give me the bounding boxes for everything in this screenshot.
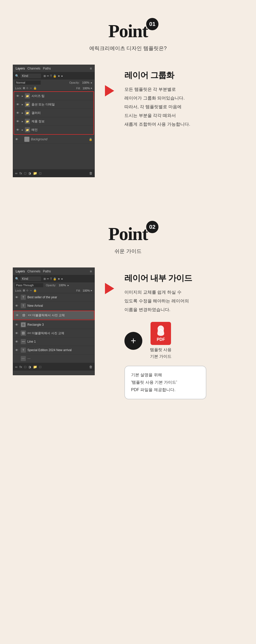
search-box-2[interactable]: Kind bbox=[20, 276, 41, 281]
layer-row-1[interactable]: 👁 ▸ 📁 사이즈 팁 bbox=[14, 92, 93, 100]
layer2-name-3: << 더블클릭해서 사진 교체 bbox=[28, 313, 92, 318]
search-opt2-1[interactable]: ⊞ bbox=[44, 277, 46, 281]
icons-row: + PDF 템플릿 사용기본 가이드 bbox=[124, 322, 243, 360]
search-opt2-5[interactable]: ★ bbox=[58, 277, 60, 281]
opacity-label-2: Opacity: bbox=[46, 284, 56, 287]
layer2-row-2[interactable]: 👁 T New Arrival bbox=[13, 302, 94, 310]
search-opt2[interactable]: ✏ bbox=[47, 74, 49, 78]
info-box: 기본 설명을 위해 '템플릿 사용 기본 가이드' PDF 파일을 제공합니다. bbox=[124, 366, 206, 399]
bottom-icon1[interactable]: ∞ bbox=[15, 171, 17, 175]
search-opt1[interactable]: ⊞ bbox=[44, 74, 46, 78]
panel2-close[interactable]: ≡ bbox=[90, 269, 92, 273]
lock-icon1[interactable]: ⊠ bbox=[23, 86, 25, 90]
lock2-icon1[interactable]: ⊠ bbox=[23, 289, 25, 292]
layer2-row-6[interactable]: 👁 Line 1 bbox=[13, 338, 94, 346]
bottom2-icon3[interactable]: □ bbox=[24, 365, 26, 369]
search-box-1[interactable]: Kind bbox=[20, 74, 41, 78]
eye2-2[interactable]: 👁 bbox=[15, 304, 19, 308]
tab-channels-2[interactable]: Channels bbox=[27, 270, 40, 273]
eye-4[interactable]: 👁 bbox=[16, 120, 20, 123]
layer-name-4: 제품 정보 bbox=[31, 119, 91, 124]
search-opt2-3[interactable]: T bbox=[50, 277, 52, 281]
tab-layers-1[interactable]: Layers bbox=[16, 67, 25, 70]
layer2-row-4[interactable]: 👁 Rectangle 3 bbox=[13, 321, 94, 329]
opacity-val-2: 100% bbox=[59, 284, 66, 287]
eye2-1[interactable]: 👁 bbox=[15, 295, 19, 299]
lock2-icon3[interactable]: ↔ bbox=[29, 289, 32, 292]
layer-row-bg[interactable]: 👁 Background 🔒 bbox=[13, 135, 94, 144]
eye-2[interactable]: 👁 bbox=[16, 103, 20, 106]
layer2-row-8[interactable]: 👁 — bbox=[13, 354, 94, 363]
ps-panel2-pass-row: Pass Through Opacity: 100% ▸ bbox=[13, 282, 94, 288]
eye2-3[interactable]: 👁 bbox=[16, 313, 20, 317]
ps-panel1-layers: 👁 ▸ 📁 사이즈 팁 👁 ▸ 📁 옵션 또는 디테일 👁 ▸ 📁 갤러리 bbox=[13, 91, 94, 169]
lock-icon2[interactable]: ⊹ bbox=[26, 86, 28, 90]
eye2-5[interactable]: 👁 bbox=[15, 331, 19, 335]
bottom-icon5[interactable]: 📁 bbox=[33, 171, 37, 175]
eye-1[interactable]: 👁 bbox=[16, 94, 20, 98]
layer2-row-1[interactable]: 👁 T Best seller of the year bbox=[13, 293, 94, 302]
tab-paths-1[interactable]: Paths bbox=[43, 67, 51, 70]
layer-row-2[interactable]: 👁 ▸ 📁 옵션 또는 디테일 bbox=[14, 100, 93, 109]
panel1-close[interactable]: ≡ bbox=[90, 66, 92, 71]
eye-5[interactable]: 👁 bbox=[16, 128, 20, 132]
svg-rect-4 bbox=[22, 332, 25, 335]
tab-layers-2[interactable]: Layers bbox=[16, 270, 25, 273]
arrow-4: ▸ bbox=[22, 120, 23, 123]
lock2-icon4[interactable]: 🔒 bbox=[33, 289, 37, 292]
bottom2-icon1[interactable]: ∞ bbox=[15, 365, 17, 369]
bottom2-icon4[interactable]: ◑ bbox=[28, 365, 31, 369]
search-opt2-4[interactable]: 🔒 bbox=[53, 277, 57, 281]
arrow1-wrap bbox=[105, 65, 114, 96]
layer-row-4[interactable]: 👁 ▸ 📁 제품 정보 bbox=[14, 117, 93, 126]
tab-channels-1[interactable]: Channels bbox=[27, 67, 40, 70]
search-options-2: ⊞ ✏ T 🔒 ★ ● bbox=[44, 277, 63, 281]
arrow-3: ▸ bbox=[22, 111, 23, 115]
search-opt5[interactable]: ★ bbox=[58, 74, 60, 78]
thumb-2: 📁 bbox=[25, 102, 30, 107]
search-opt3[interactable]: T bbox=[50, 74, 52, 78]
thumb2-1: T bbox=[21, 295, 26, 300]
layer-row-5[interactable]: 👁 ▸ 📁 메인 bbox=[14, 126, 93, 134]
bottom-icon7[interactable]: 🗑 bbox=[89, 171, 92, 175]
point1-header: Point 01 에릭크리에이츠 디자인 템플릿은? bbox=[89, 21, 167, 52]
lock2-icon2[interactable]: ⊹ bbox=[26, 289, 28, 292]
search-opt6[interactable]: ● bbox=[61, 74, 63, 78]
mode-select-1[interactable]: Normal bbox=[15, 81, 41, 85]
layer2-row-5[interactable]: 👁 << 더블클릭해서 사진 교체 bbox=[13, 329, 94, 338]
point2-title-wrap: Point 02 bbox=[108, 223, 148, 245]
lock-icon3[interactable]: ↔ bbox=[29, 86, 32, 90]
section1: Layers Channels Paths ≡ 🔍 Kind ⊞ ✏ T 🔒 ★… bbox=[13, 65, 243, 177]
bottom-icon6[interactable]: □ bbox=[39, 171, 41, 175]
opacity-val-1: 100% bbox=[82, 81, 89, 84]
layer-row-3[interactable]: 👁 ▸ 📁 갤러리 bbox=[14, 109, 93, 117]
layer2-row-3[interactable]: 👁 << 더블클릭해서 사진 교체 bbox=[14, 311, 94, 320]
pdf-acrobat-svg bbox=[156, 325, 166, 336]
search-opt2-6[interactable]: ● bbox=[61, 277, 63, 281]
bottom2-icon6[interactable]: □ bbox=[39, 365, 41, 369]
search-opt2-2[interactable]: ✏ bbox=[47, 277, 49, 281]
bottom2-icon2[interactable]: fx bbox=[19, 365, 22, 369]
layer2-name-4: Rectangle 3 bbox=[27, 323, 92, 326]
bottom-icon4[interactable]: ◑ bbox=[28, 171, 31, 175]
section2-title: 레이어 내부 가이드 bbox=[124, 273, 243, 284]
lock-icons-2: ⊠ ⊹ ↔ 🔒 bbox=[23, 289, 37, 292]
tab-paths-2[interactable]: Paths bbox=[43, 270, 51, 273]
bottom-icon3[interactable]: □ bbox=[24, 171, 26, 175]
bottom-icon2[interactable]: fx bbox=[19, 171, 22, 175]
pass-through-select[interactable]: Pass Through bbox=[15, 283, 43, 287]
search-options-1: ⊞ ✏ T 🔒 ★ ● bbox=[44, 74, 63, 78]
eye2-6[interactable]: 👁 bbox=[15, 340, 19, 344]
eye-3[interactable]: 👁 bbox=[16, 111, 20, 115]
point2-title: Point bbox=[108, 224, 148, 244]
eye2-4[interactable]: 👁 bbox=[15, 323, 19, 327]
eye-bg[interactable]: 👁 bbox=[15, 137, 19, 141]
search-opt4[interactable]: 🔒 bbox=[53, 74, 57, 78]
eye2-7[interactable]: 👁 bbox=[15, 348, 19, 352]
layer2-name-1: Best seller of the year bbox=[27, 295, 92, 299]
point2-num: 02 bbox=[146, 221, 158, 233]
bottom2-icon7[interactable]: 🗑 bbox=[89, 365, 92, 369]
lock-icon4[interactable]: 🔒 bbox=[33, 86, 37, 90]
layer2-row-7[interactable]: 👁 T Special Edition 2024 New arrival bbox=[13, 346, 94, 354]
bottom2-icon5[interactable]: 📁 bbox=[33, 365, 37, 369]
